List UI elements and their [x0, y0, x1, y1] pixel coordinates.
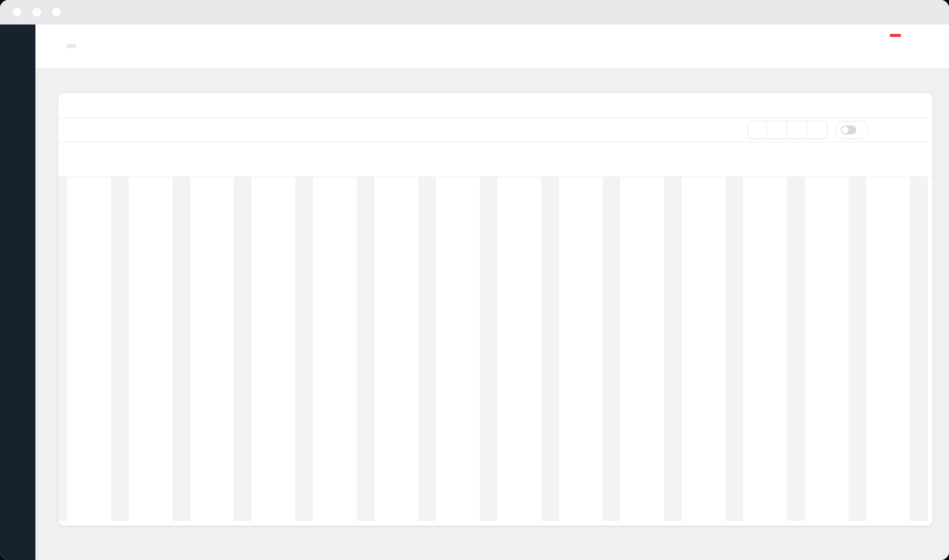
app-window	[0, 0, 949, 560]
timeline-header	[58, 142, 932, 177]
download-icon[interactable]	[895, 125, 907, 136]
user-avatar[interactable]	[910, 35, 932, 57]
chevron-up-icon[interactable]	[13, 87, 23, 97]
zoom-out-button[interactable]	[766, 121, 786, 139]
search-icon[interactable]	[796, 40, 809, 52]
window-titlebar	[0, 0, 949, 24]
app-logo-icon[interactable]	[7, 34, 28, 55]
expand-icon[interactable]	[915, 125, 925, 135]
bell-icon	[882, 39, 895, 52]
traffic-light-icon[interactable]	[13, 8, 21, 17]
only-me-toggle[interactable]	[835, 121, 868, 139]
toggle-switch[interactable]	[841, 126, 856, 134]
star-icon[interactable]	[85, 39, 99, 53]
chevron-up-icon[interactable]	[13, 108, 23, 118]
notifications-button[interactable]	[882, 39, 895, 54]
print-icon[interactable]	[876, 125, 888, 136]
table-controls-row	[58, 118, 932, 142]
zoom-in-button[interactable]	[786, 121, 807, 139]
chevron-right-icon[interactable]	[13, 541, 23, 552]
sidebar	[0, 24, 35, 560]
view-toolbar	[35, 68, 949, 93]
more-options-icon[interactable]	[116, 40, 129, 52]
gantt-rows	[58, 177, 932, 521]
traffic-light-icon[interactable]	[32, 8, 41, 17]
traffic-light-icon[interactable]	[52, 8, 61, 17]
zoom-control	[747, 121, 828, 139]
gift-icon[interactable]	[853, 40, 866, 53]
sort-order-button[interactable]	[807, 121, 827, 139]
history-icon[interactable]	[825, 40, 838, 53]
notification-badge	[890, 34, 901, 37]
privacy-badge	[67, 44, 76, 48]
add-icon[interactable]	[12, 518, 23, 530]
screen	[0, 0, 949, 560]
gantt-panel	[58, 93, 932, 526]
search-icon[interactable]	[85, 126, 95, 135]
project-header	[35, 24, 949, 68]
collapse-all-icon[interactable]	[68, 125, 78, 135]
table-column-headers	[58, 93, 932, 118]
